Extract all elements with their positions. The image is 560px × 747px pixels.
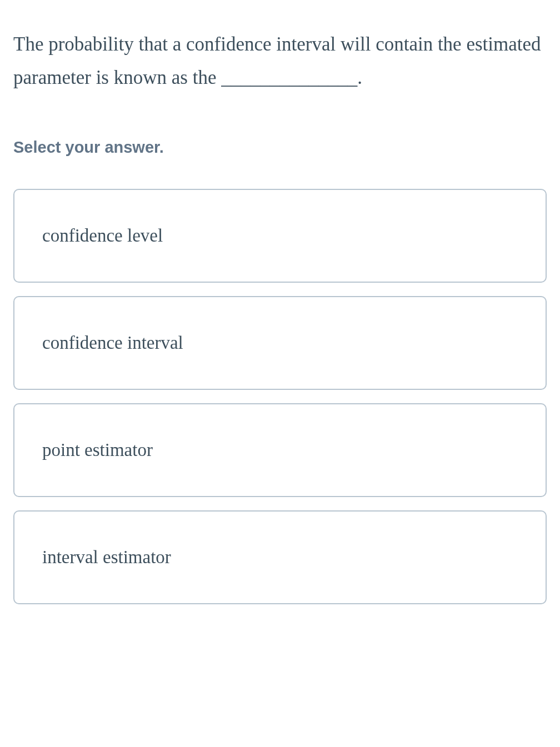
option-label: point estimator — [42, 440, 153, 460]
option-confidence-interval[interactable]: confidence interval — [13, 296, 547, 390]
option-interval-estimator[interactable]: interval estimator — [13, 510, 547, 604]
instruction-label: Select your answer. — [13, 138, 547, 157]
option-label: interval estimator — [42, 547, 171, 567]
question-text: The probability that a confidence interv… — [13, 28, 547, 94]
option-confidence-level[interactable]: confidence level — [13, 189, 547, 283]
option-point-estimator[interactable]: point estimator — [13, 403, 547, 497]
option-label: confidence interval — [42, 333, 183, 353]
options-container: confidence level confidence interval poi… — [13, 189, 547, 604]
option-label: confidence level — [42, 225, 163, 245]
